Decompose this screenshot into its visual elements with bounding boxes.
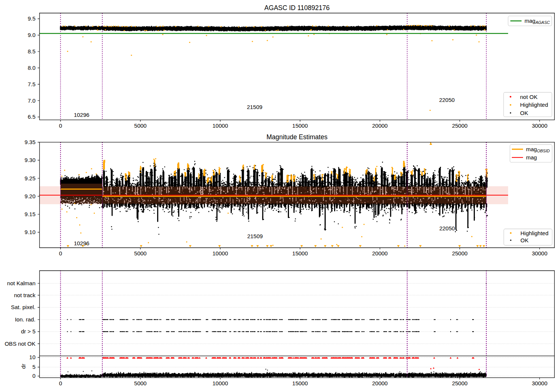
svg-text:15000: 15000 <box>292 122 308 129</box>
svg-text:Ion. rad.: Ion. rad. <box>15 316 35 323</box>
svg-text:7.5: 7.5 <box>28 81 35 87</box>
svg-text:20000: 20000 <box>372 250 388 256</box>
svg-text:OBS not OK: OBS not OK <box>4 340 35 347</box>
svg-text:9.30: 9.30 <box>25 157 35 163</box>
svg-text:10: 10 <box>29 354 35 360</box>
svg-text:9.25: 9.25 <box>25 175 35 181</box>
svg-text:not OK: not OK <box>520 94 538 100</box>
svg-text:10000: 10000 <box>212 380 228 386</box>
svg-text:not Kalman: not Kalman <box>7 280 35 286</box>
svg-text:5000: 5000 <box>134 122 146 129</box>
svg-text:Highlighted: Highlighted <box>520 102 548 108</box>
svg-text:15000: 15000 <box>292 380 308 386</box>
svg-text:dr > 5: dr > 5 <box>21 328 35 335</box>
svg-text:dr: dr <box>20 364 27 368</box>
svg-text:10000: 10000 <box>212 250 228 256</box>
svg-text:20000: 20000 <box>372 122 388 129</box>
svg-text:25000: 25000 <box>452 250 468 256</box>
svg-text:0: 0 <box>59 122 62 129</box>
svg-text:9.20: 9.20 <box>25 193 35 199</box>
svg-text:Magnitude Estimates: Magnitude Estimates <box>267 133 328 141</box>
svg-text:9.10: 9.10 <box>25 229 35 235</box>
svg-text:22050: 22050 <box>439 97 455 103</box>
svg-text:8.0: 8.0 <box>28 65 35 71</box>
svg-text:30000: 30000 <box>532 250 548 256</box>
svg-text:25000: 25000 <box>452 122 468 129</box>
svg-text:0: 0 <box>32 373 35 379</box>
svg-text:10296: 10296 <box>74 240 90 246</box>
svg-text:Sat. pixel.: Sat. pixel. <box>11 304 35 310</box>
svg-text:0: 0 <box>59 250 62 256</box>
svg-text:OK: OK <box>520 237 529 243</box>
svg-text:5: 5 <box>32 364 35 370</box>
svg-text:9.35: 9.35 <box>25 139 35 145</box>
svg-text:20000: 20000 <box>372 380 388 386</box>
svg-text:9.15: 9.15 <box>25 211 35 217</box>
svg-text:10296: 10296 <box>74 112 90 118</box>
svg-text:9.5: 9.5 <box>28 15 35 22</box>
svg-text:9.0: 9.0 <box>28 32 35 38</box>
svg-text:15000: 15000 <box>292 250 308 256</box>
svg-text:5000: 5000 <box>134 250 146 256</box>
svg-text:mag: mag <box>526 154 537 161</box>
svg-text:30000: 30000 <box>532 122 548 129</box>
svg-text:5000: 5000 <box>134 380 146 386</box>
svg-text:10000: 10000 <box>212 122 228 129</box>
svg-text:7.0: 7.0 <box>28 97 35 104</box>
svg-text:Highlighted: Highlighted <box>520 230 548 236</box>
svg-text:AGASC ID 110892176: AGASC ID 110892176 <box>264 4 330 12</box>
svg-text:21509: 21509 <box>247 104 262 110</box>
svg-text:not track: not track <box>14 292 35 298</box>
svg-text:21509: 21509 <box>247 233 263 239</box>
svg-text:30000: 30000 <box>532 380 548 386</box>
svg-text:25000: 25000 <box>452 380 468 386</box>
svg-text:0: 0 <box>59 380 62 386</box>
svg-text:6.5: 6.5 <box>28 113 35 120</box>
svg-text:22050: 22050 <box>439 225 455 231</box>
svg-text:8.5: 8.5 <box>28 48 35 55</box>
svg-text:OK: OK <box>520 110 528 116</box>
